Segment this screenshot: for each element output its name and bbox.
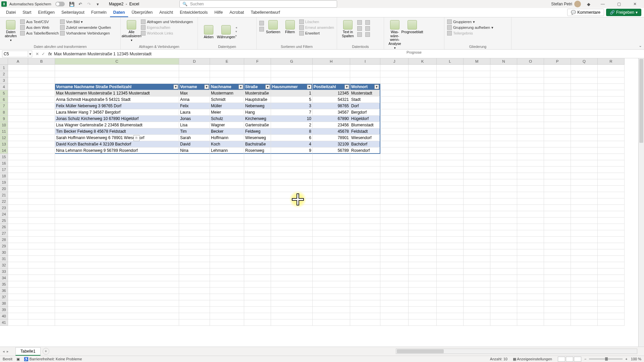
search-icon: 🔍 bbox=[182, 2, 187, 6]
page-layout-view-icon[interactable] bbox=[566, 357, 573, 362]
minimize-icon[interactable]: — bbox=[596, 0, 609, 8]
search-input[interactable]: 🔍 Suchen bbox=[179, 0, 337, 8]
forecast-button[interactable]: Prognoseblatt bbox=[404, 19, 420, 34]
maximize-icon[interactable]: ▢ bbox=[612, 0, 625, 8]
sheet-nav-next-icon[interactable]: ▸ bbox=[7, 349, 9, 354]
smart-tag-icon[interactable]: ⎘ bbox=[133, 135, 140, 141]
qat-customize-icon[interactable]: ▾ bbox=[94, 0, 102, 8]
namebox-dropdown-icon[interactable]: ▾ bbox=[28, 51, 32, 57]
tab-daten[interactable]: Daten bbox=[110, 8, 128, 17]
add-sheet-button[interactable]: + bbox=[43, 348, 49, 355]
sort-button[interactable]: Sortieren bbox=[265, 19, 281, 34]
database-icon bbox=[6, 20, 15, 29]
tab-start[interactable]: Start bbox=[19, 8, 35, 17]
display-settings[interactable]: ▦ Anzeigeeinstellungen bbox=[513, 357, 552, 361]
row-headers[interactable]: 1234567891011121314151617181920212223242… bbox=[0, 65, 8, 326]
save-icon[interactable]: 💾 bbox=[68, 0, 75, 8]
diamond-icon[interactable]: ◆ bbox=[585, 0, 592, 8]
autosave-toggle[interactable] bbox=[55, 2, 65, 6]
advanced-filter[interactable]: Erweitert bbox=[299, 31, 334, 36]
fx-icon[interactable]: fx bbox=[48, 52, 52, 56]
tab-acrobat[interactable]: Acrobat bbox=[226, 8, 247, 17]
tab-datei[interactable]: Datei bbox=[3, 8, 19, 17]
comments-button[interactable]: 💬 Kommentare bbox=[567, 9, 604, 16]
page-break-view-icon[interactable] bbox=[574, 357, 581, 362]
share-button[interactable]: 🔗 Freigeben ▾ bbox=[606, 9, 641, 16]
currencies-button[interactable]: Währungen bbox=[218, 24, 234, 39]
sheet-tab[interactable]: Tabelle1 bbox=[15, 347, 41, 356]
filter-dropdown-icon[interactable]: ▼ bbox=[173, 84, 178, 89]
tab-überprüfen[interactable]: Überprüfen bbox=[128, 8, 156, 17]
from-picture[interactable]: Von Bild ▾ bbox=[60, 19, 111, 24]
enter-formula-icon[interactable]: ✓ bbox=[42, 52, 45, 56]
data-model-icon[interactable] bbox=[365, 32, 370, 37]
cancel-formula-icon[interactable]: ✕ bbox=[36, 52, 39, 56]
autosave-label: Automatisches Speichern bbox=[9, 2, 51, 6]
formula-bar: C5 ▾ ✕ ✓ fx Max Mustermann Musterstraße … bbox=[0, 50, 644, 58]
filter-dropdown-icon[interactable]: ▼ bbox=[344, 84, 349, 89]
formula-input[interactable]: Max Mustermann Musterstraße 1 12345 Must… bbox=[54, 52, 644, 56]
zoom-slider[interactable] bbox=[589, 358, 623, 360]
existing-connections[interactable]: Vorhandene Verbindungen bbox=[60, 31, 111, 36]
sort-za-button[interactable] bbox=[259, 27, 264, 32]
tab-hilfe[interactable]: Hilfe bbox=[211, 8, 226, 17]
reapply-filter: Erneut anwenden bbox=[299, 25, 334, 30]
refresh-all-button[interactable]: Alle aktualisieren ▾ bbox=[123, 19, 140, 42]
sheet-tab-bar: ◂ ▸ Tabelle1 + bbox=[0, 347, 644, 356]
tab-einfügen[interactable]: Einfügen bbox=[35, 8, 58, 17]
tab-ansicht[interactable]: Ansicht bbox=[156, 8, 176, 17]
from-web[interactable]: Aus dem Web bbox=[20, 25, 59, 30]
filter-button[interactable]: Filtern bbox=[282, 19, 298, 34]
sort-az-button[interactable] bbox=[259, 21, 264, 25]
vertical-scrollbar[interactable] bbox=[638, 58, 644, 347]
horizontal-scrollbar[interactable] bbox=[396, 349, 637, 354]
close-icon[interactable]: ✕ bbox=[629, 0, 641, 8]
zoom-level[interactable]: 100 % bbox=[631, 357, 641, 361]
tab-tabellenentwurf[interactable]: Tabellenentwurf bbox=[247, 8, 283, 17]
remove-duplicates-icon[interactable] bbox=[365, 20, 370, 25]
sheet-nav-prev-icon[interactable]: ◂ bbox=[3, 349, 5, 354]
column-headers[interactable]: ABCDEFGHIJKLMNOPQR bbox=[8, 58, 625, 65]
group-rows[interactable]: Gruppieren ▾ bbox=[447, 19, 493, 24]
from-table-range[interactable]: Aus Tabelle/Bereich bbox=[20, 31, 59, 36]
whatif-button[interactable]: Was-wäre-wenn-Analyse▾ bbox=[387, 19, 403, 50]
text-to-columns-button[interactable]: Text in Spalten bbox=[340, 19, 356, 38]
name-box[interactable]: C5 bbox=[2, 51, 28, 57]
zoom-in-icon[interactable]: + bbox=[625, 357, 627, 361]
filter-dropdown-icon[interactable]: ▼ bbox=[204, 84, 209, 89]
tab-seitenlayout[interactable]: Seitenlayout bbox=[58, 8, 88, 17]
undo-icon[interactable]: ↶ bbox=[77, 0, 84, 8]
flash-fill-icon[interactable] bbox=[357, 20, 362, 25]
relationships-icon[interactable] bbox=[357, 32, 362, 37]
stocks-button[interactable]: Aktien bbox=[201, 24, 217, 39]
redo-icon[interactable]: ↷ bbox=[86, 0, 93, 8]
consolidate-icon[interactable] bbox=[365, 26, 370, 31]
properties: Eigenschaften bbox=[141, 25, 193, 30]
zoom-out-icon[interactable]: − bbox=[584, 357, 586, 361]
from-text-csv[interactable]: Aus Text/CSV bbox=[20, 19, 59, 24]
forecast-icon bbox=[408, 20, 417, 29]
ungroup-rows[interactable]: Gruppierung aufheben ▾ bbox=[447, 25, 493, 30]
queries-connections[interactable]: Abfragen und Verbindungen bbox=[141, 19, 193, 24]
collapse-ribbon-icon[interactable]: ⌄ bbox=[639, 43, 642, 48]
title-bar: X Automatisches Speichern 💾 ↶ ↷ ▾ Mappe2… bbox=[0, 0, 644, 8]
group-label: Datentools bbox=[340, 44, 381, 49]
group-label: Abfragen & Verbindungen bbox=[123, 44, 195, 49]
filter-dropdown-icon[interactable]: ▼ bbox=[265, 84, 270, 89]
recent-sources[interactable]: Zuletzt verwendete Quellen bbox=[60, 25, 111, 30]
filter-dropdown-icon[interactable]: ▼ bbox=[307, 84, 312, 89]
accessibility-status[interactable]: ♿ Barrierefreiheit: Keine Probleme bbox=[24, 357, 82, 361]
data-validation-icon[interactable] bbox=[357, 26, 362, 31]
normal-view-icon[interactable] bbox=[558, 357, 565, 362]
columns-icon bbox=[343, 20, 353, 29]
tab-entwicklertools[interactable]: Entwicklertools bbox=[176, 8, 211, 17]
whatif-icon bbox=[390, 20, 399, 29]
user-account[interactable]: Stefan Petri bbox=[551, 1, 581, 7]
spreadsheet-grid[interactable]: ABCDEFGHIJKLMNOPQR 123456789101112131415… bbox=[0, 58, 644, 347]
filter-dropdown-icon[interactable]: ▼ bbox=[374, 84, 379, 89]
filter-dropdown-icon[interactable]: ▼ bbox=[238, 84, 243, 89]
macro-icon[interactable]: ▣ bbox=[16, 357, 20, 361]
get-data-button[interactable]: Daten abrufen ▾ bbox=[3, 19, 19, 42]
tab-formeln[interactable]: Formeln bbox=[88, 8, 110, 17]
select-all-corner[interactable] bbox=[0, 58, 8, 65]
